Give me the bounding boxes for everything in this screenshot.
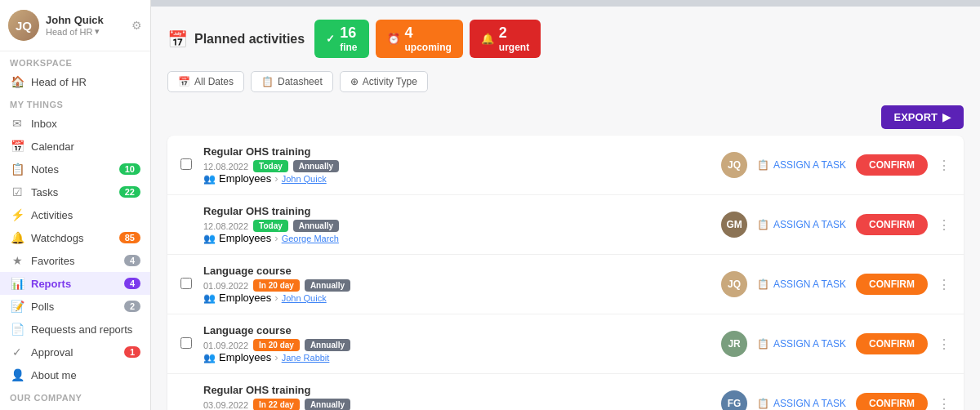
row1-employee: 👥 Employees › John Quick bbox=[203, 172, 711, 185]
urgent-label: urgent bbox=[499, 42, 529, 53]
export-row: EXPORT ▶ bbox=[167, 105, 964, 129]
favorites-badge: 4 bbox=[124, 255, 140, 266]
sidebar-item-notes[interactable]: 📋 Notes 10 bbox=[0, 158, 150, 180]
status-pill-upcoming[interactable]: ⏰ 4 upcoming bbox=[376, 20, 463, 58]
settings-icon[interactable]: ⚙ bbox=[131, 19, 142, 32]
sidebar-item-workspace[interactable]: 🏠 Head of HR bbox=[0, 70, 150, 93]
sidebar-item-aboutme[interactable]: 👤 About me bbox=[0, 363, 150, 386]
user-role: Head of HR ▾ bbox=[46, 26, 125, 37]
row5-date: 03.09.2022 bbox=[203, 400, 248, 410]
row3-confirm-btn[interactable]: CONFIRM bbox=[856, 274, 928, 295]
table-row: Regular OHS training 12.08.2022 Today An… bbox=[167, 195, 964, 255]
favorites-icon: ★ bbox=[10, 254, 24, 267]
filter-activity-type[interactable]: ⊕ Activity Type bbox=[340, 71, 428, 92]
sidebar-item-polls[interactable]: 📝 Polls 2 bbox=[0, 295, 150, 318]
assign-icon: 📋 bbox=[757, 219, 769, 230]
sidebar-item-inbox[interactable]: ✉ Inbox bbox=[0, 112, 150, 135]
filter-datasheet[interactable]: 📋 Datasheet bbox=[251, 71, 333, 92]
workspace-item-label: Head of HR bbox=[31, 76, 140, 88]
filter-all-dates[interactable]: 📅 All Dates bbox=[167, 71, 244, 92]
row4-confirm-btn[interactable]: CONFIRM bbox=[856, 333, 928, 354]
row3-more-btn[interactable]: ⋮ bbox=[938, 277, 951, 292]
calendar-planned-icon: 📅 bbox=[167, 29, 188, 49]
row3-checkbox[interactable] bbox=[180, 278, 194, 292]
row3-assign-btn[interactable]: 📋 ASSIGN A TASK bbox=[757, 279, 846, 290]
sidebar-item-reports[interactable]: 📊 Reports 4 bbox=[0, 272, 150, 295]
row5-tag-inday: In 22 day bbox=[253, 399, 300, 410]
row3-title: Language course bbox=[203, 265, 711, 277]
main-content: 📅 Planned activities ✓ 16 fine ⏰ 4 upcom… bbox=[151, 0, 980, 410]
row4-emp-name[interactable]: Jane Rabbit bbox=[282, 353, 330, 363]
inbox-icon: ✉ bbox=[10, 117, 24, 130]
row4-meta: 01.09.2022 In 20 day Annually bbox=[203, 339, 711, 351]
sidebar: JQ John Quick Head of HR ▾ ⚙ Workspace 🏠… bbox=[0, 0, 151, 410]
sidebar-item-favorites[interactable]: ★ Favorites 4 bbox=[0, 249, 150, 272]
row3-info: Language course 01.09.2022 In 20 day Ann… bbox=[203, 265, 711, 304]
row1-emp-icon: 👥 bbox=[203, 173, 216, 185]
sidebar-item-activities[interactable]: ⚡ Activities bbox=[0, 203, 150, 226]
row1-date: 12.08.2022 bbox=[203, 162, 248, 172]
activities-icon: ⚡ bbox=[10, 208, 24, 221]
row1-confirm-btn[interactable]: CONFIRM bbox=[856, 154, 928, 176]
assign-icon: 📋 bbox=[757, 398, 769, 409]
activity-list: Regular OHS training 12.08.2022 Today An… bbox=[167, 136, 964, 410]
row2-title: Regular OHS training bbox=[203, 205, 711, 217]
fine-label: fine bbox=[340, 42, 357, 53]
upcoming-icon: ⏰ bbox=[387, 33, 400, 45]
row5-confirm-btn[interactable]: CONFIRM bbox=[856, 393, 928, 410]
row1-more-btn[interactable]: ⋮ bbox=[938, 158, 951, 173]
row2-avatar: GM bbox=[721, 212, 747, 238]
row1-assign-btn[interactable]: 📋 ASSIGN A TASK bbox=[757, 159, 846, 171]
fine-icon: ✓ bbox=[326, 33, 335, 45]
row1-info: Regular OHS training 12.08.2022 Today An… bbox=[203, 145, 711, 185]
row4-employee: 👥 Employees › Jane Rabbit bbox=[203, 351, 711, 363]
row2-more-btn[interactable]: ⋮ bbox=[938, 217, 951, 233]
row4-more-btn[interactable]: ⋮ bbox=[938, 336, 951, 352]
row2-emp-name[interactable]: George March bbox=[282, 234, 339, 243]
row3-avatar: JQ bbox=[721, 271, 747, 297]
row3-emp-name[interactable]: John Quick bbox=[282, 293, 327, 303]
status-pill-urgent[interactable]: 🔔 2 urgent bbox=[470, 20, 541, 58]
row5-more-btn[interactable]: ⋮ bbox=[938, 396, 951, 411]
row3-tag-inday: In 20 day bbox=[253, 279, 300, 292]
urgent-count: 2 bbox=[499, 25, 529, 42]
row1-checkbox[interactable] bbox=[180, 158, 194, 172]
sidebar-item-approval[interactable]: ✓ Approval 1 bbox=[0, 341, 150, 363]
row4-emp-icon: 👥 bbox=[203, 352, 216, 363]
tasks-icon: ☑ bbox=[10, 185, 24, 198]
user-profile[interactable]: JQ John Quick Head of HR ▾ ⚙ bbox=[0, 0, 150, 51]
status-pill-fine[interactable]: ✓ 16 fine bbox=[314, 20, 368, 58]
watchdogs-badge: 85 bbox=[119, 232, 140, 243]
row5-assign-btn[interactable]: 📋 ASSIGN A TASK bbox=[757, 398, 846, 409]
reports-icon: 📊 bbox=[10, 277, 24, 290]
tasks-badge: 22 bbox=[119, 186, 140, 198]
aboutme-icon: 👤 bbox=[10, 368, 24, 381]
row2-confirm-btn[interactable]: CONFIRM bbox=[856, 214, 928, 235]
table-row: Regular OHS training 03.09.2022 In 22 da… bbox=[167, 374, 964, 410]
row1-tag-today: Today bbox=[253, 160, 288, 172]
row4-tag-annually: Annually bbox=[305, 339, 350, 351]
assign-icon: 📋 bbox=[757, 279, 769, 290]
row2-meta: 12.08.2022 Today Annually bbox=[203, 220, 711, 232]
sidebar-item-requests[interactable]: 📄 Requests and reports bbox=[0, 318, 150, 341]
row1-emp-name[interactable]: John Quick bbox=[282, 174, 327, 184]
row2-assign-btn[interactable]: 📋 ASSIGN A TASK bbox=[757, 219, 846, 230]
user-info: John Quick Head of HR ▾ bbox=[46, 14, 125, 37]
top-bar bbox=[151, 0, 980, 7]
status-pills: ✓ 16 fine ⏰ 4 upcoming 🔔 2 bbox=[314, 20, 541, 58]
row4-checkbox[interactable] bbox=[180, 337, 194, 351]
sidebar-item-watchdogs[interactable]: 🔔 Watchdogs 85 bbox=[0, 226, 150, 249]
workspace-label: Workspace bbox=[0, 51, 150, 70]
sidebar-item-wall[interactable]: 🏠 Wall bbox=[0, 405, 150, 410]
sidebar-item-calendar[interactable]: 📅 Calendar bbox=[0, 135, 150, 158]
export-button[interactable]: EXPORT ▶ bbox=[881, 105, 964, 129]
export-icon: ▶ bbox=[942, 111, 951, 123]
notes-badge: 10 bbox=[119, 163, 140, 175]
sidebar-item-tasks[interactable]: ☑ Tasks 22 bbox=[0, 180, 150, 203]
fine-count: 16 bbox=[340, 25, 357, 42]
polls-icon: 📝 bbox=[10, 300, 24, 313]
filter-activity-icon: ⊕ bbox=[350, 76, 359, 87]
row3-tag-annually: Annually bbox=[305, 279, 350, 292]
row4-assign-btn[interactable]: 📋 ASSIGN A TASK bbox=[757, 338, 846, 350]
row3-emp-icon: 👥 bbox=[203, 292, 216, 304]
